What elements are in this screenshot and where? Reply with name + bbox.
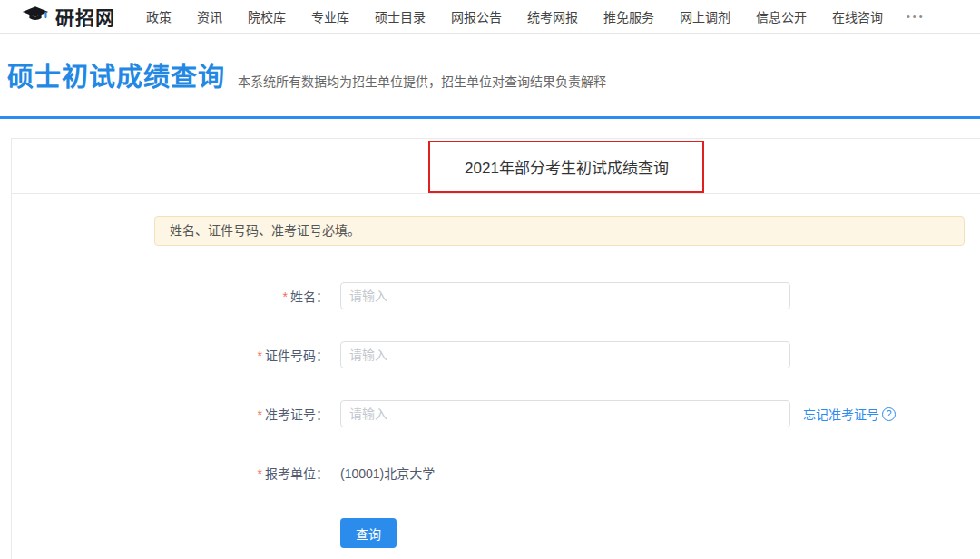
admission-ticket-label: *准考证号：	[12, 405, 328, 423]
institution-value: (10001)北京大学	[340, 464, 435, 482]
required-asterisk: *	[283, 289, 288, 304]
page-header: 硕士初试成绩查询 本系统所有数据均为招生单位提供，招生单位对查询结果负责解释	[0, 34, 980, 93]
id-number-input[interactable]	[340, 341, 790, 368]
form-row-name: *姓名：	[12, 282, 980, 309]
blue-divider	[0, 116, 980, 119]
nav-item-policy[interactable]: 政策	[146, 7, 172, 25]
site-logo[interactable]: 研招网	[22, 3, 115, 30]
help-circle-icon: ?	[882, 407, 896, 421]
button-row: 查询	[12, 518, 980, 548]
nav-item-major-library[interactable]: 专业库	[311, 7, 349, 25]
panel-body: 姓名、证件号码、准考证号必填。 *姓名： *证件号码： *准考证号： 忘记准考证…	[12, 194, 980, 548]
query-panel: 2021年部分考生初试成绩查询 姓名、证件号码、准考证号必填。 *姓名： *证件…	[11, 138, 980, 559]
required-asterisk: *	[258, 407, 262, 422]
query-button[interactable]: 查询	[340, 518, 397, 548]
nav-item-news[interactable]: 资讯	[197, 7, 222, 25]
page-subtitle: 本系统所有数据均为招生单位提供，招生单位对查询结果负责解释	[238, 72, 606, 90]
name-label: *姓名：	[12, 287, 328, 305]
required-asterisk: *	[258, 348, 262, 363]
institution-label: *报考单位：	[12, 464, 328, 482]
nav-item-online-consult[interactable]: 在线咨询	[832, 7, 883, 25]
site-logo-text: 研招网	[55, 3, 115, 30]
graduation-cap-icon	[22, 5, 49, 28]
nav-item-exempt-service[interactable]: 推免服务	[603, 7, 654, 25]
top-navbar: 研招网 政策 资讯 院校库 专业库 硕士目录 网报公告 统考网报 推免服务 网上…	[0, 0, 980, 34]
nav-item-online-report-notice[interactable]: 网报公告	[451, 7, 502, 25]
nav-more-button[interactable]: •••	[906, 11, 926, 22]
form-row-admission-ticket: *准考证号： 忘记准考证号 ?	[12, 400, 980, 427]
page-title: 硕士初试成绩查询	[7, 55, 225, 93]
nav-item-master-catalog[interactable]: 硕士目录	[375, 7, 426, 25]
id-number-label: *证件号码：	[12, 346, 328, 364]
required-asterisk: *	[258, 466, 262, 481]
admission-ticket-input[interactable]	[340, 400, 790, 427]
forgot-ticket-link[interactable]: 忘记准考证号 ?	[803, 405, 896, 423]
query-form: *姓名： *证件号码： *准考证号： 忘记准考证号 ? *报考单位： (1000…	[12, 282, 980, 548]
nav-item-online-adjustment[interactable]: 网上调剂	[680, 7, 730, 25]
nav-item-college-library[interactable]: 院校库	[248, 7, 286, 25]
form-row-id-number: *证件号码：	[12, 341, 980, 368]
panel-title: 2021年部分考生初试成绩查询	[12, 139, 980, 194]
nav-item-unified-exam-report[interactable]: 统考网报	[527, 7, 578, 25]
required-fields-notice: 姓名、证件号码、准考证号必填。	[154, 216, 965, 246]
form-row-institution: *报考单位： (10001)北京大学	[12, 459, 980, 486]
nav-item-info-disclosure[interactable]: 信息公开	[756, 7, 807, 25]
main-nav: 政策 资讯 院校库 专业库 硕士目录 网报公告 统考网报 推免服务 网上调剂 信…	[146, 7, 883, 25]
name-input[interactable]	[340, 282, 790, 309]
